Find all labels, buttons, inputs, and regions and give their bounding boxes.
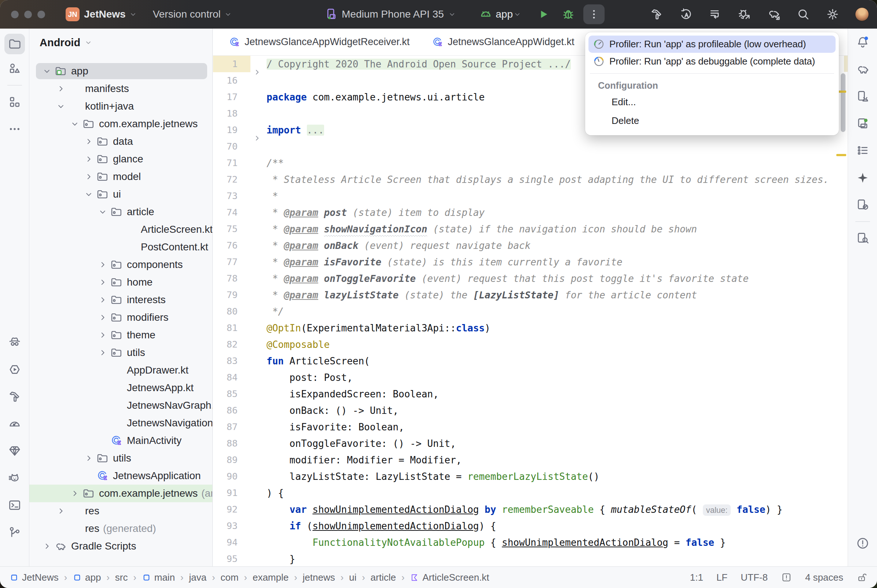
device-manager-toolwindow-button[interactable]	[856, 90, 870, 104]
tree-row-mainactivity[interactable]: MainActivity	[29, 432, 212, 449]
breadcrumb-item-jetnews[interactable]: jetnews	[303, 572, 335, 583]
breadcrumb-item-jetnews[interactable]: JetNews	[9, 572, 58, 583]
caret-position[interactable]: 1:1	[690, 572, 703, 583]
settings-icon[interactable]	[826, 8, 840, 21]
selected-tool-highlight[interactable]	[4, 34, 25, 54]
minimize-window-button[interactable]	[24, 10, 32, 18]
gradle-toolwindow-button[interactable]	[856, 62, 870, 76]
popup-action-edit[interactable]: Edit...	[588, 93, 836, 111]
fold-chevron-icon[interactable]	[252, 134, 262, 143]
tree-row-utils[interactable]: utils	[29, 344, 212, 362]
warning-stripe-mark[interactable]	[836, 154, 846, 156]
structure-toolwindow-button[interactable]	[8, 95, 22, 109]
breadcrumb-item-app[interactable]: app	[73, 572, 101, 583]
user-avatar[interactable]	[855, 8, 869, 21]
problems-toolwindow-button[interactable]	[856, 536, 870, 550]
tree-row-article[interactable]: article	[29, 203, 212, 220]
device-mirroring-toolwindow-button[interactable]	[856, 198, 870, 212]
chevron-right-icon[interactable]	[81, 136, 96, 147]
chevron-right-icon[interactable]	[95, 312, 110, 322]
gradle-sync-icon[interactable]	[767, 8, 781, 21]
editor-scrollbar[interactable]	[841, 74, 846, 132]
chevron-right-icon[interactable]	[81, 154, 96, 164]
tree-row-com-example-jetnews[interactable]: com.example.jetnews	[29, 115, 212, 133]
editor-tab-jetnewsglanceappwidget-kt[interactable]: JetnewsGlanceAppWidget.kt	[421, 28, 585, 56]
breadcrumb-item-main[interactable]: main	[142, 572, 175, 583]
close-window-button[interactable]	[11, 10, 19, 18]
build-variants-toolwindow-button[interactable]	[856, 144, 870, 158]
tree-row-gradle-scripts[interactable]: Gradle Scripts	[29, 537, 212, 555]
more-tool-windows-button[interactable]	[8, 122, 22, 136]
breadcrumb-item-article[interactable]: article	[371, 572, 396, 583]
vcs-widget[interactable]: Version control	[153, 8, 232, 20]
tree-row-kotlin-java[interactable]: kotlin+java	[29, 98, 212, 115]
run-config-label[interactable]: app	[496, 8, 513, 20]
app-quality-insights-toolwindow-button[interactable]	[8, 335, 22, 350]
chevron-right-icon[interactable]	[81, 453, 96, 464]
tree-row-appdrawer-kt[interactable]: AppDrawer.kt	[29, 362, 212, 379]
ai-actions-icon[interactable]	[679, 8, 693, 21]
breadcrumb-item-src[interactable]: src	[115, 572, 128, 583]
tree-row-res[interactable]: res(generated)	[29, 520, 212, 537]
file-encoding[interactable]: UTF-8	[741, 572, 768, 583]
chevron-down-icon[interactable]	[513, 10, 522, 19]
tree-row-ui[interactable]: ui	[29, 186, 212, 203]
chevron-right-icon[interactable]	[81, 171, 96, 182]
popup-item-1[interactable]: Profiler: Run 'app' as profileable (low …	[588, 36, 836, 53]
chevron-right-icon[interactable]	[95, 330, 110, 340]
chevron-right-icon[interactable]	[54, 84, 68, 94]
build-toolwindow-button[interactable]	[8, 390, 22, 404]
chevron-down-icon[interactable]	[54, 101, 68, 111]
zoom-window-button[interactable]	[37, 10, 45, 18]
debug-button[interactable]	[561, 8, 575, 21]
tree-row-jetnewsapplication[interactable]: JetnewsApplication	[29, 467, 212, 484]
tree-row-utils[interactable]: utils	[29, 449, 212, 467]
device-selector[interactable]: Medium Phone API 35	[324, 8, 456, 21]
breadcrumb-item-articlescreen-kt[interactable]: ArticleScreen.kt	[410, 572, 489, 583]
tree-row-modifiers[interactable]: modifiers	[29, 309, 212, 326]
breadcrumb-item-java[interactable]: java	[189, 572, 207, 583]
build-icon[interactable]	[650, 8, 664, 21]
tree-row-home[interactable]: home	[29, 273, 212, 291]
resource-manager-toolwindow-button[interactable]	[8, 62, 22, 75]
terminal-toolwindow-button[interactable]	[8, 498, 22, 512]
tree-row-model[interactable]: model	[29, 168, 212, 186]
tree-row-components[interactable]: components	[29, 256, 212, 273]
chevron-right-icon[interactable]	[40, 541, 54, 551]
editor-tab-jetnewsglanceappwidgetreceiver-kt[interactable]: JetnewsGlanceAppWidgetReceiver.kt	[217, 28, 421, 56]
search-everywhere-icon[interactable]	[796, 8, 810, 21]
tree-row-postcontent-kt[interactable]: PostContent.kt	[29, 238, 212, 256]
breadcrumb-item-ui[interactable]: ui	[349, 572, 356, 583]
chevron-right-icon[interactable]	[95, 260, 110, 270]
breadcrumb-item-example[interactable]: example	[253, 572, 289, 583]
tree-row-jetnewsnavigation[interactable]: JetnewsNavigation	[29, 414, 212, 432]
attach-debugger-icon[interactable]	[738, 8, 752, 21]
chevron-down-icon[interactable]	[95, 207, 110, 217]
device-explorer-toolwindow-button[interactable]	[856, 231, 870, 245]
chevron-right-icon[interactable]	[54, 506, 68, 516]
project-view-selector[interactable]: Android	[29, 28, 212, 62]
tree-row-com-example-jetnews[interactable]: com.example.jetnews(androidTest)	[29, 484, 212, 502]
app-inspection-toolwindow-button[interactable]	[8, 444, 22, 458]
logcat-toolwindow-button[interactable]	[8, 471, 22, 485]
chevron-down-icon[interactable]	[81, 189, 96, 200]
tree-row-jetnewsnavgraph-[interactable]: JetnewsNavGraph.	[29, 397, 212, 414]
project-widget[interactable]: JetNews	[84, 8, 138, 20]
tree-row-articlescreen-kt[interactable]: ArticleScreen.kt	[29, 220, 212, 238]
run-button[interactable]	[537, 8, 550, 21]
tree-row-theme[interactable]: theme	[29, 326, 212, 344]
indent-style[interactable]: 4 spaces	[805, 572, 843, 583]
chevron-right-icon[interactable]	[95, 277, 110, 287]
chevron-right-icon[interactable]	[95, 348, 110, 358]
running-devices-tool-button[interactable]	[856, 117, 870, 130]
chevron-right-icon[interactable]	[95, 295, 110, 305]
breadcrumb-item-com[interactable]: com	[220, 572, 238, 583]
popup-action-delete[interactable]: Delete	[588, 111, 836, 130]
running-devices-toolwindow-button[interactable]	[8, 363, 22, 376]
tree-row-jetnewsapp-kt[interactable]: JetnewsApp.kt	[29, 379, 212, 397]
popup-item-2[interactable]: Profiler: Run 'app' as debuggable (compl…	[588, 53, 836, 70]
chevron-right-icon[interactable]	[67, 488, 82, 498]
gemini-toolwindow-button[interactable]	[856, 171, 870, 185]
tree-row-interests[interactable]: interests	[29, 291, 212, 309]
version-control-toolwindow-button[interactable]	[8, 525, 22, 539]
